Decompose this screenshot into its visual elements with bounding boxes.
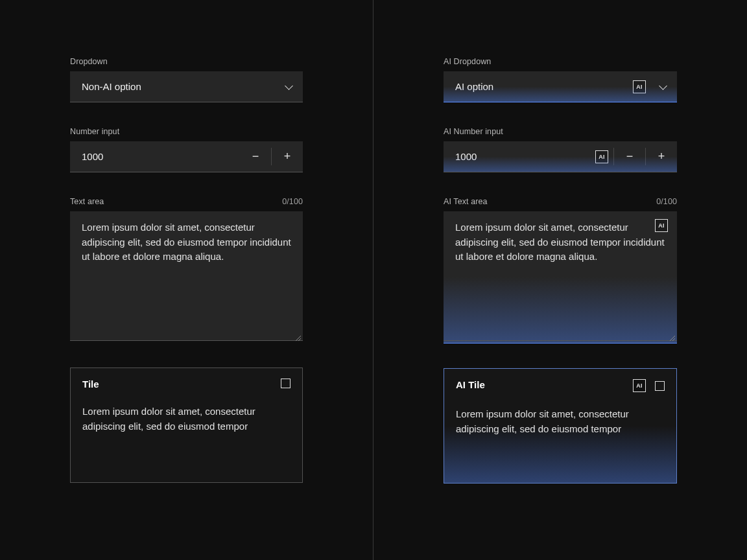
ai-number-input-label: AI Number input: [444, 127, 677, 136]
tile-title: Tile: [82, 379, 99, 390]
increment-button[interactable]: +: [272, 141, 303, 172]
ai-badge-icon: AI: [633, 379, 646, 392]
resize-handle-icon[interactable]: [295, 335, 302, 342]
checkbox-icon[interactable]: [281, 379, 290, 388]
textarea-char-count: 0/100: [282, 197, 303, 206]
decrement-button[interactable]: −: [240, 141, 271, 172]
textarea-label-text: Text area: [70, 197, 104, 206]
ai-textarea-field: AI Text area 0/100 AI: [444, 197, 677, 344]
textarea-container: [70, 211, 303, 343]
checkbox-icon[interactable]: [655, 381, 665, 391]
number-input-label-text: Number input: [70, 127, 119, 136]
tile[interactable]: Tile Lorem ipsum dolor sit amet, consect…: [70, 368, 303, 483]
number-input[interactable]: 1000 − +: [70, 141, 303, 172]
number-input-label: Number input: [70, 127, 303, 136]
ai-number-input-field: AI Number input 1000 AI − +: [444, 127, 677, 172]
ai-textarea-char-count: 0/100: [656, 197, 677, 206]
textarea[interactable]: [70, 211, 303, 341]
ai-textarea-label: AI Text area 0/100: [444, 197, 677, 206]
ai-number-input-label-text: AI Number input: [444, 127, 503, 136]
ai-number-input[interactable]: 1000 AI − +: [444, 141, 677, 172]
textarea-field: Text area 0/100: [70, 197, 303, 343]
number-input-field: Number input 1000 − +: [70, 127, 303, 172]
ai-dropdown-value: AI option: [455, 81, 493, 92]
increment-button[interactable]: +: [646, 141, 677, 172]
ai-components-pane: AI Dropdown AI option AI AI Number input…: [374, 0, 747, 560]
tile-field: Tile Lorem ipsum dolor sit amet, consect…: [70, 368, 303, 483]
ai-tile-body: Lorem ipsum dolor sit amet, consectetur …: [456, 406, 665, 437]
resize-handle-icon[interactable]: [669, 335, 676, 342]
ai-dropdown[interactable]: AI option AI: [444, 71, 677, 102]
ai-dropdown-label: AI Dropdown: [444, 57, 677, 66]
chevron-down-icon: [659, 82, 668, 91]
ai-textarea-label-text: AI Text area: [444, 197, 488, 206]
textarea-label: Text area 0/100: [70, 197, 303, 206]
ai-dropdown-field: AI Dropdown AI option AI: [444, 57, 677, 102]
ai-badge-icon: AI: [655, 219, 668, 232]
dropdown-field: Dropdown Non-AI option: [70, 57, 303, 102]
ai-tile-field: AI Tile AI Lorem ipsum dolor sit amet, c…: [444, 368, 677, 484]
dropdown-label: Dropdown: [70, 57, 303, 66]
ai-tile[interactable]: AI Tile AI Lorem ipsum dolor sit amet, c…: [444, 368, 677, 484]
ai-badge-icon: AI: [633, 80, 646, 93]
decrement-button[interactable]: −: [614, 141, 645, 172]
ai-number-input-value[interactable]: 1000: [444, 141, 590, 172]
ai-badge-icon: AI: [595, 150, 608, 163]
ai-textarea[interactable]: [444, 211, 677, 341]
dropdown-label-text: Dropdown: [70, 57, 108, 66]
tile-body: Lorem ipsum dolor sit amet, consectetur …: [82, 404, 290, 434]
dropdown[interactable]: Non-AI option: [70, 71, 303, 102]
ai-dropdown-label-text: AI Dropdown: [444, 57, 491, 66]
chevron-down-icon: [285, 82, 294, 91]
ai-textarea-container: AI: [444, 211, 677, 344]
ai-tile-title: AI Tile: [456, 379, 485, 390]
dropdown-value: Non-AI option: [82, 81, 141, 92]
standard-components-pane: Dropdown Non-AI option Number input 1000…: [0, 0, 374, 560]
number-input-value[interactable]: 1000: [70, 141, 240, 172]
